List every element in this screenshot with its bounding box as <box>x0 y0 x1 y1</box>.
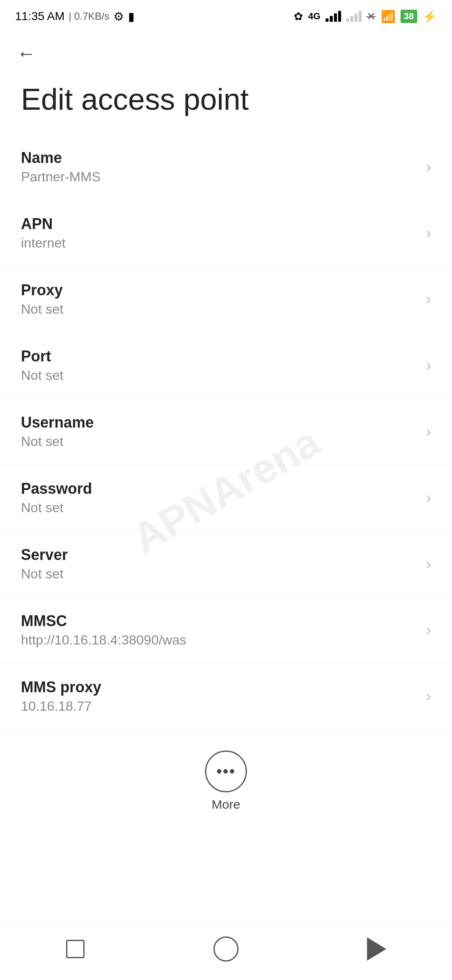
settings-item-name[interactable]: Name Partner-MMS › <box>0 134 452 200</box>
settings-icon: ⚙ <box>113 10 124 23</box>
status-left: 11:35 AM | 0.7KB/s ⚙ ▮ <box>15 10 134 23</box>
home-circle-icon <box>213 936 239 962</box>
chevron-right-icon: › <box>426 555 431 573</box>
settings-item-value: Not set <box>21 566 418 582</box>
nav-back-button[interactable] <box>360 932 393 966</box>
page-title: Edit access point <box>0 73 452 134</box>
network-4g-icon: 4G <box>308 11 320 22</box>
more-button[interactable]: ••• <box>205 750 247 792</box>
settings-item-label: Password <box>21 480 418 498</box>
wifi-icon: 📶 <box>381 10 396 23</box>
navigation-bar <box>0 926 452 980</box>
nav-home-button[interactable] <box>209 932 243 966</box>
settings-item-mmsc[interactable]: MMSC http://10.16.18.4:38090/was › <box>0 597 452 663</box>
back-triangle-icon <box>367 937 386 961</box>
settings-list: Name Partner-MMS › APN internet › Proxy … <box>0 134 452 730</box>
status-bar: 11:35 AM | 0.7KB/s ⚙ ▮ ✿ 4G ✕ 📶 38 ⚡ <box>0 0 452 29</box>
settings-item-mms-proxy[interactable]: MMS proxy 10.16.18.77 › <box>0 663 452 730</box>
settings-item-label: Port <box>21 348 418 365</box>
settings-item-value: Not set <box>21 434 418 449</box>
settings-item-content: Password Not set <box>21 480 418 516</box>
settings-item-value: Not set <box>21 368 418 383</box>
chevron-right-icon: › <box>426 357 431 374</box>
signal-bars-1 <box>326 11 341 22</box>
settings-item-value: internet <box>21 235 418 251</box>
settings-item-content: MMS proxy 10.16.18.77 <box>21 678 418 714</box>
nav-recents-button[interactable] <box>59 932 92 966</box>
camera-icon: ▮ <box>128 10 134 23</box>
settings-item-apn[interactable]: APN internet › <box>0 200 452 266</box>
settings-item-content: MMSC http://10.16.18.4:38090/was <box>21 612 418 648</box>
settings-item-content: Username Not set <box>21 414 418 449</box>
signal-bars-2 <box>346 11 362 22</box>
chevron-right-icon: › <box>426 423 431 441</box>
back-arrow-icon: ← <box>17 42 36 64</box>
settings-item-value: Not set <box>21 500 418 516</box>
settings-item-password[interactable]: Password Not set › <box>0 465 452 531</box>
no-signal-icon: ✕ <box>367 10 376 23</box>
more-label: More <box>212 797 240 812</box>
chevron-right-icon: › <box>426 291 431 308</box>
charging-icon: ⚡ <box>422 10 437 23</box>
settings-item-content: Proxy Not set <box>21 281 418 317</box>
settings-item-server[interactable]: Server Not set › <box>0 531 452 597</box>
settings-item-port[interactable]: Port Not set › <box>0 333 452 399</box>
status-time: 11:35 AM <box>15 10 64 23</box>
chevron-right-icon: › <box>426 224 431 242</box>
settings-item-label: MMSC <box>21 612 418 630</box>
chevron-right-icon: › <box>426 622 431 639</box>
status-right: ✿ 4G ✕ 📶 38 ⚡ <box>294 10 437 23</box>
settings-item-username[interactable]: Username Not set › <box>0 399 452 465</box>
settings-item-label: MMS proxy <box>21 678 418 696</box>
settings-item-value: Partner-MMS <box>21 169 418 185</box>
back-button[interactable]: ← <box>17 42 36 64</box>
settings-item-content: Name Partner-MMS <box>21 149 418 185</box>
chevron-right-icon: › <box>426 688 431 705</box>
settings-item-label: Proxy <box>21 281 418 299</box>
recents-square-icon <box>66 940 85 958</box>
settings-item-value: 10.16.18.77 <box>21 699 418 714</box>
bluetooth-icon: ✿ <box>294 10 303 23</box>
settings-item-label: Username <box>21 414 418 431</box>
chevron-right-icon: › <box>426 158 431 176</box>
settings-item-content: Port Not set <box>21 348 418 383</box>
settings-item-label: APN <box>21 215 418 233</box>
settings-item-content: Server Not set <box>21 546 418 582</box>
settings-item-content: APN internet <box>21 215 418 251</box>
back-area: ← <box>0 29 452 73</box>
status-speed: | 0.7KB/s <box>69 10 109 22</box>
settings-item-proxy[interactable]: Proxy Not set › <box>0 266 452 333</box>
settings-item-value: http://10.16.18.4:38090/was <box>21 632 418 648</box>
chevron-right-icon: › <box>426 489 431 507</box>
more-area: ••• More <box>0 730 452 828</box>
settings-item-label: Name <box>21 149 418 167</box>
more-dots-icon: ••• <box>216 763 236 779</box>
settings-item-label: Server <box>21 546 418 564</box>
settings-item-value: Not set <box>21 302 418 317</box>
battery-indicator: 38 <box>401 10 417 23</box>
